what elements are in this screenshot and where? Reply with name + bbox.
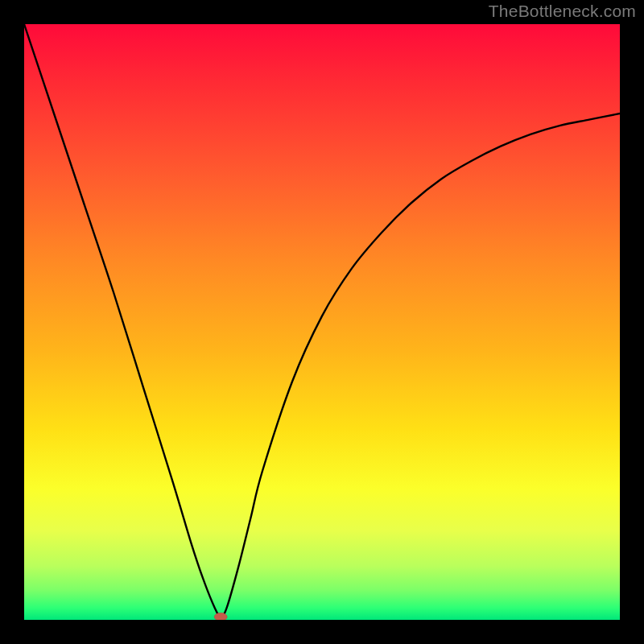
bottleneck-curve xyxy=(24,24,620,617)
watermark-text: TheBottleneck.com xyxy=(489,2,636,21)
minimum-marker xyxy=(214,613,227,620)
plot-area xyxy=(24,24,620,620)
chart-frame: TheBottleneck.com xyxy=(0,0,644,644)
curve-svg xyxy=(24,24,620,620)
